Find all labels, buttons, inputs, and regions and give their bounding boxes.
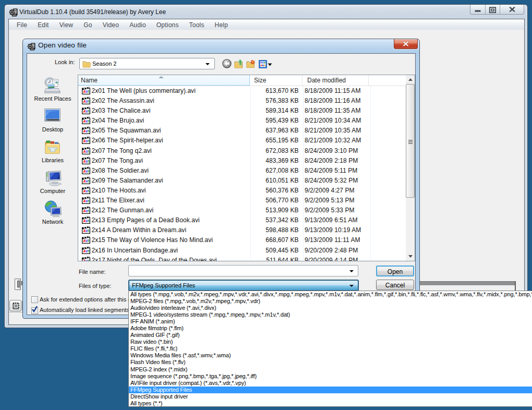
svg-text:I: I — [88, 179, 89, 184]
svg-text:I: I — [88, 159, 89, 164]
svg-text:I: I — [88, 99, 89, 104]
svg-text:I: I — [88, 219, 89, 223]
svg-text:I: I — [88, 229, 89, 234]
svg-text:I: I — [88, 109, 89, 114]
svg-text:I: I — [88, 199, 89, 203]
svg-text:I: I — [88, 139, 89, 144]
svg-text:I: I — [88, 89, 89, 94]
svg-text:I: I — [88, 169, 89, 174]
svg-text:I: I — [88, 119, 89, 124]
svg-text:I: I — [88, 129, 89, 134]
svg-text:I: I — [88, 209, 89, 213]
svg-text:I: I — [88, 239, 89, 244]
svg-text:I: I — [88, 189, 89, 194]
svg-text:I: I — [88, 149, 89, 154]
svg-text:I: I — [88, 259, 89, 261]
svg-text:I: I — [88, 249, 89, 254]
